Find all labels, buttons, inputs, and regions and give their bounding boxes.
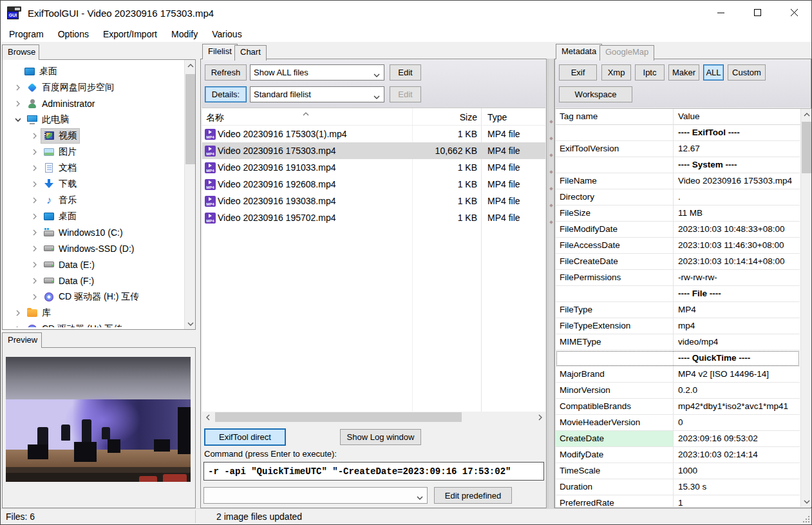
predefined-command-dropdown[interactable] — [203, 487, 428, 504]
edit-predefined-button[interactable]: Edit predefined — [434, 487, 512, 504]
filter-iptc-button[interactable]: Iptc — [635, 64, 665, 81]
metadata-row-filename[interactable]: FileNameVideo 20230916 175303.mp4 — [556, 173, 800, 189]
chevron-right-icon[interactable] — [28, 278, 41, 284]
metadata-row-majorbrand[interactable]: MajorBrandMP4 v2 [ISO 14496-14] — [556, 367, 800, 383]
exiftool-direct-button[interactable]: ExifTool direct — [205, 429, 285, 445]
file-row-1[interactable]: MP4Video 20230916 175303.mp410,662 KBMP4… — [202, 142, 545, 159]
show-log-button[interactable]: Show Log window — [340, 429, 421, 445]
metadata-scrollbar[interactable] — [800, 109, 811, 507]
chevron-right-icon[interactable] — [28, 229, 41, 236]
menu-options[interactable]: Options — [51, 26, 96, 42]
filter-all-button[interactable]: ALL — [703, 64, 724, 81]
chevron-right-icon[interactable] — [28, 181, 41, 187]
chevron-right-icon[interactable] — [28, 245, 41, 252]
scroll-right-icon[interactable] — [534, 412, 545, 423]
metadata-row-minorversion[interactable]: MinorVersion0.2.0 — [556, 383, 800, 399]
file-row-4[interactable]: MP4Video 20230916 193038.mp41 KBMP4 file — [202, 193, 545, 209]
metadata-row-duration[interactable]: Duration15.30 s — [556, 479, 800, 495]
details-button[interactable]: Details: — [205, 86, 247, 102]
close-button[interactable] — [776, 1, 812, 26]
tree-scrollbar[interactable] — [184, 60, 195, 329]
metadata-row-filemodifydate[interactable]: FileModifyDate2023:10:03 10:48:33+08:00 — [556, 222, 800, 238]
scroll-up-icon[interactable] — [801, 109, 811, 120]
metadata-section-row[interactable]: ---- File ---- — [556, 286, 800, 302]
scroll-down-icon[interactable] — [801, 496, 811, 507]
scroll-left-icon[interactable] — [202, 412, 213, 423]
metadata-row-exiftoolversion[interactable]: ExifToolVersion12.67 — [556, 141, 800, 157]
command-input[interactable] — [203, 462, 544, 481]
tree-item-item-15[interactable]: 库 — [3, 305, 184, 321]
chevron-right-icon[interactable] — [28, 262, 41, 268]
tree-item-cdh-16[interactable]: CD 驱动器 (H:) 互传 — [3, 321, 184, 327]
scroll-up-icon[interactable] — [185, 60, 196, 71]
filelist-style-dropdown[interactable]: Standard filelist — [250, 86, 384, 102]
column-header-tagname[interactable]: Tag name — [560, 111, 598, 121]
tab-filelist[interactable]: Filelist — [202, 44, 238, 59]
tree-item-item-3[interactable]: 此电脑 — [3, 111, 184, 128]
metadata-row-filetype[interactable]: FileTypeMP4 — [556, 302, 800, 318]
tab-browse[interactable]: Browse — [2, 44, 39, 60]
tree-item-windows10c-10[interactable]: Windows10 (C:) — [3, 224, 184, 240]
menu-program[interactable]: Program — [2, 26, 51, 42]
metadata-row-filecreatedate[interactable]: FileCreateDate2023:10:03 10:14:14+08:00 — [556, 254, 800, 270]
scroll-down-icon[interactable] — [185, 318, 196, 329]
panel-splitter[interactable] — [547, 59, 554, 508]
chevron-right-icon[interactable] — [12, 310, 24, 316]
tree-item-item-7[interactable]: 下载 — [3, 176, 184, 192]
metadata-section-row[interactable]: ---- System ---- — [556, 157, 800, 173]
column-header-type[interactable]: Type — [487, 112, 507, 122]
metadata-row-filetypeextension[interactable]: FileTypeExtensionmp4 — [556, 318, 800, 334]
tree-item-item-0[interactable]: 桌面 — [3, 63, 184, 79]
menu-exportimport[interactable]: Export/Import — [96, 26, 164, 42]
chevron-down-icon[interactable] — [12, 117, 24, 123]
chevron-right-icon[interactable] — [28, 133, 41, 139]
tab-metadata[interactable]: Metadata — [556, 44, 602, 59]
file-row-2[interactable]: MP4Video 20230916 191033.mp41 KBMP4 file — [202, 159, 545, 176]
tree-item-datae-12[interactable]: Data (E:) — [3, 256, 184, 272]
workspace-button[interactable]: Workspace — [559, 86, 632, 102]
resize-grip[interactable] — [803, 516, 809, 522]
metadata-row-mimetype[interactable]: MIMETypevideo/mp4 — [556, 334, 800, 350]
column-header-size[interactable]: Size — [411, 112, 477, 122]
file-row-5[interactable]: MP4Video 20230916 195702.mp41 KBMP4 file — [202, 209, 545, 226]
file-row-3[interactable]: MP4Video 20230916 192608.mp41 KBMP4 file — [202, 176, 545, 193]
metadata-row-movieheaderversion[interactable]: MovieHeaderVersion0 — [556, 415, 800, 431]
filter-maker-button[interactable]: Maker — [668, 64, 699, 81]
metadata-row-filesize[interactable]: FileSize11 MB — [556, 205, 800, 222]
tab-preview[interactable]: Preview — [2, 332, 42, 348]
metadata-row-preferredrate[interactable]: PreferredRate1 — [556, 495, 800, 507]
minimize-button[interactable] — [703, 1, 739, 26]
metadata-section-row[interactable]: ---- ExifTool ---- — [556, 125, 800, 141]
chevron-right-icon[interactable] — [28, 165, 41, 171]
tree-item-item-5[interactable]: 图片 — [3, 144, 184, 160]
tree-item-cdh-14[interactable]: CD 驱动器 (H:) 互传 — [3, 289, 184, 305]
metadata-row-filepermissions[interactable]: FilePermissions-rw-rw-rw- — [556, 270, 800, 286]
tree-item-dataf-13[interactable]: Data (F:) — [3, 272, 184, 289]
column-header-name[interactable]: 名称 — [206, 112, 224, 124]
metadata-row-timescale[interactable]: TimeScale1000 — [556, 463, 800, 479]
chevron-right-icon[interactable] — [12, 100, 24, 107]
tab-googlemap[interactable]: GoogleMap — [600, 45, 654, 61]
chevron-right-icon[interactable] — [28, 149, 41, 155]
file-row-0[interactable]: MP4Video 20230916 175303(1).mp41 KBMP4 f… — [202, 126, 545, 142]
menu-various[interactable]: Various — [205, 26, 249, 42]
maximize-button[interactable] — [739, 1, 776, 26]
filter-custom-button[interactable]: Custom — [728, 64, 766, 81]
tree-item-item-9[interactable]: 桌面 — [3, 208, 184, 224]
chevron-right-icon[interactable] — [28, 213, 41, 220]
metadata-scrollbar-thumb[interactable] — [802, 122, 811, 173]
metadata-row-modifydate[interactable]: ModifyDate2023:10:03 02:14:14 — [556, 447, 800, 463]
hscroll-thumb[interactable] — [215, 412, 462, 422]
filter-xmp-button[interactable]: Xmp — [601, 64, 631, 81]
tree-item-item-1[interactable]: 百度网盘同步空间 — [3, 79, 184, 95]
tree-item-item-6[interactable]: 文档 — [3, 160, 184, 176]
chevron-right-icon[interactable] — [12, 84, 24, 91]
tab-chart[interactable]: Chart — [234, 45, 267, 61]
metadata-row-fileaccessdate[interactable]: FileAccessDate2023:10:03 11:46:30+08:00 — [556, 238, 800, 254]
tree-item-item-4[interactable]: 视频 — [3, 128, 184, 144]
column-header-value[interactable]: Value — [678, 111, 700, 121]
tree-item-item-8[interactable]: ♪音乐 — [3, 192, 184, 208]
chevron-right-icon[interactable] — [12, 326, 24, 328]
metadata-row-directory[interactable]: Directory. — [556, 189, 800, 205]
horizontal-scrollbar[interactable] — [202, 412, 545, 423]
